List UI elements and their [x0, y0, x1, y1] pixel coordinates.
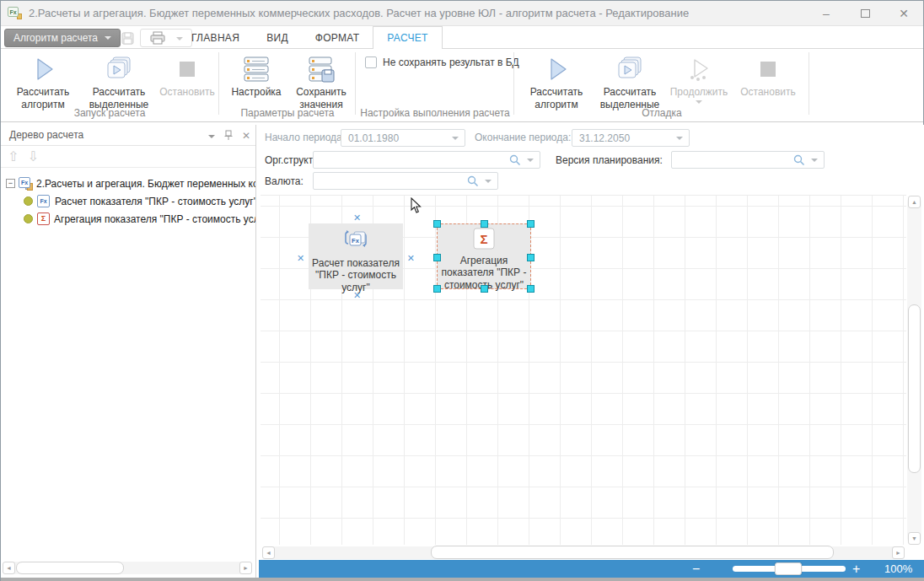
- resize-handle[interactable]: [433, 285, 441, 293]
- tree-root-label: 2.Расчеты и агрегация. Бюджет переменных…: [36, 178, 255, 190]
- play-stack-icon: [104, 52, 134, 86]
- scroll-left-icon[interactable]: ◄: [262, 546, 275, 559]
- scroll-up-icon[interactable]: ▲: [908, 196, 921, 208]
- play-stack-icon: [615, 52, 645, 86]
- save-icon[interactable]: [121, 31, 135, 46]
- calc-block[interactable]: Fx Расчет показателя "ПКР - стоимость ус…: [309, 223, 403, 289]
- connector-x-icon[interactable]: ✕: [297, 254, 304, 262]
- resize-handle[interactable]: [527, 285, 535, 293]
- move-down-icon[interactable]: ⇩: [27, 148, 38, 164]
- resize-handle[interactable]: [433, 254, 441, 261]
- debug-calc-algorithm-button[interactable]: Рассчитать алгоритм: [522, 52, 591, 111]
- window-bottom-edge: [1, 578, 924, 581]
- zoom-slider-thumb[interactable]: [775, 562, 802, 575]
- resize-handle[interactable]: [527, 254, 535, 261]
- connector-x-icon[interactable]: ✕: [353, 291, 361, 299]
- settings-button[interactable]: Настройка: [225, 52, 287, 99]
- main-pane: Начало периода: 01.01.1980 Окончание пер…: [261, 125, 924, 578]
- period-start-combo[interactable]: 01.01.1980: [341, 129, 465, 147]
- period-end-combo[interactable]: 31.12.2050: [572, 129, 690, 147]
- sigma-icon: Σ: [438, 228, 530, 253]
- continue-play-icon: [685, 52, 713, 86]
- tab-vid[interactable]: ВИД: [253, 26, 302, 49]
- algorithm-menu-button[interactable]: Алгоритм расчета: [4, 29, 121, 47]
- group-label-zapusk: Запуск расчета: [1, 107, 218, 119]
- canvas-horizontal-scrollbar[interactable]: ◄ ►: [262, 546, 905, 559]
- close-button[interactable]: ✕: [884, 1, 923, 26]
- zoom-out-button[interactable]: −: [692, 562, 700, 577]
- settings-list-icon: [242, 52, 271, 86]
- search-icon[interactable]: [467, 175, 479, 187]
- debug-calc-selected-button[interactable]: Рассчитать выделенные: [593, 52, 667, 111]
- plan-version-label: Версия планирования:: [556, 154, 663, 166]
- period-end-label: Окончание периода:: [475, 132, 571, 143]
- tree-item-calc[interactable]: Fx Расчет показателя "ПКР - стоимость ус…: [1, 192, 255, 210]
- status-dot-icon: [24, 214, 33, 223]
- maximize-icon: [861, 9, 870, 18]
- currency-input[interactable]: [313, 172, 498, 190]
- maximize-button[interactable]: [846, 1, 884, 26]
- svg-text:Σ: Σ: [480, 232, 487, 246]
- zoom-level: 100%: [884, 562, 912, 575]
- block-label: Расчет показателя "ПКР - стоимость услуг…: [309, 257, 403, 294]
- chevron-down-icon: [676, 137, 683, 140]
- scrollbar-thumb[interactable]: [908, 304, 921, 473]
- scroll-right-icon[interactable]: ►: [239, 562, 252, 574]
- canvas-vertical-scrollbar[interactable]: ▲ ▼: [907, 196, 921, 545]
- calc-tree: − Fx 2.Расчеты и агрегация. Бюджет перем…: [1, 168, 255, 228]
- sigma-icon: Σ: [37, 212, 50, 225]
- calc-tree-panel: Дерево расчета ✕ ⇧ ⇩ − Fx 2.Расчеты и аг…: [1, 125, 256, 578]
- no-save-db-label: Не сохранять результат в БД: [383, 56, 519, 68]
- move-up-icon[interactable]: ⇧: [8, 148, 19, 164]
- scrollbar-thumb[interactable]: [431, 546, 834, 559]
- tree-horizontal-scrollbar[interactable]: ◄ ►: [3, 562, 252, 574]
- tree-item-aggregation[interactable]: Σ Агрегация показателя "ПКР - стоимость …: [1, 210, 255, 228]
- group-label-nastroyka: Настройка выполнения расчета: [357, 107, 513, 119]
- save-values-button[interactable]: Сохранить значения: [289, 52, 353, 111]
- resize-handle[interactable]: [433, 220, 441, 228]
- scrollbar-thumb[interactable]: [16, 562, 124, 574]
- scroll-down-icon[interactable]: ▼: [908, 532, 921, 545]
- app-window: Fx 2.Расчеты и агрегация. Бюджет перемен…: [0, 0, 924, 581]
- minimize-icon: –: [823, 7, 830, 20]
- no-save-db-checkbox[interactable]: Не сохранять результат в БД: [365, 56, 519, 68]
- algorithm-icon: Fx: [19, 177, 32, 190]
- tab-glavnaya[interactable]: ГЛАВНАЯ: [178, 26, 253, 49]
- tab-raschet[interactable]: РАСЧЕТ: [373, 26, 442, 49]
- chevron-down-icon: [485, 180, 492, 183]
- pin-icon[interactable]: [224, 130, 233, 141]
- plan-version-input[interactable]: [671, 151, 825, 169]
- calc-selected-button[interactable]: Рассчитать выделенные: [80, 52, 158, 111]
- tree-root-row[interactable]: − Fx 2.Расчеты и агрегация. Бюджет перем…: [1, 175, 255, 192]
- fx-document-icon: Fx: [8, 7, 22, 19]
- chevron-down-icon: [105, 36, 111, 40]
- resize-handle[interactable]: [481, 285, 488, 293]
- collapse-icon[interactable]: −: [6, 179, 15, 188]
- tree-item-label: Расчет показателя "ПКР - стоимость услуг…: [55, 196, 255, 207]
- zoom-in-button[interactable]: +: [852, 562, 860, 577]
- panel-menu-icon[interactable]: [208, 135, 215, 138]
- aggregation-block[interactable]: Σ Агрегация показателя "ПКР - стоимость …: [437, 223, 531, 289]
- panel-title: Дерево расчета: [9, 129, 83, 141]
- connector-x-icon[interactable]: ✕: [407, 254, 415, 262]
- search-icon[interactable]: [509, 154, 521, 166]
- search-icon[interactable]: [793, 154, 805, 166]
- mouse-cursor: [411, 197, 422, 214]
- status-dot-icon: [24, 196, 33, 206]
- resize-handle[interactable]: [527, 220, 535, 228]
- group-label-otladka: Отладка: [515, 107, 808, 119]
- stop-icon: [754, 52, 782, 86]
- resize-handle[interactable]: [481, 220, 488, 228]
- tab-format[interactable]: ФОРМАТ: [302, 26, 373, 49]
- minimize-button[interactable]: –: [807, 1, 846, 26]
- panel-close-icon[interactable]: ✕: [242, 130, 250, 142]
- scroll-left-icon[interactable]: ◄: [3, 562, 15, 574]
- connector-x-icon[interactable]: ✕: [353, 213, 361, 222]
- ribbon: Рассчитать алгоритм Рассчитать выделенны…: [1, 48, 923, 122]
- algorithm-canvas[interactable]: Fx Расчет показателя "ПКР - стоимость ус…: [261, 195, 906, 545]
- play-icon: [29, 52, 57, 86]
- calc-algorithm-button[interactable]: Рассчитать алгоритм: [8, 52, 78, 111]
- scroll-right-icon[interactable]: ►: [892, 546, 905, 559]
- org-structure-input[interactable]: [313, 151, 540, 169]
- period-end-value: 31.12.2050: [572, 132, 630, 144]
